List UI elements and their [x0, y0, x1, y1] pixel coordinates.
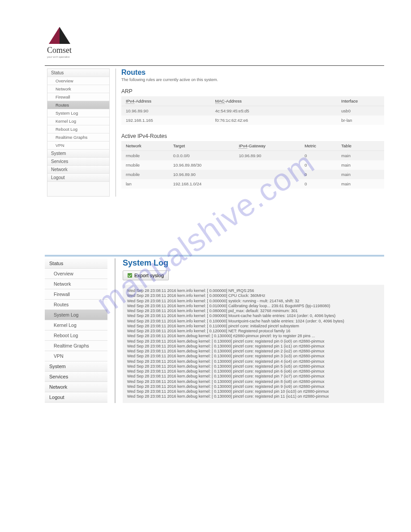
table-cell: usb0 [337, 106, 384, 116]
sidebar-item-system[interactable]: System [45, 361, 107, 372]
sidebar-item-network[interactable]: Network [47, 85, 109, 93]
log-line: Wed Sep 28 23:08:11 2016 kern.debug kern… [127, 344, 380, 349]
sidebar-item-logout[interactable]: Logout [47, 174, 109, 182]
log-line: Wed Sep 28 23:08:11 2016 kern.debug kern… [127, 379, 380, 384]
table-row: 192.168.1.165f0:76:1c:62:42:e6br-lan [121, 116, 384, 125]
log-line: Wed Sep 28 23:08:11 2016 kern.debug kern… [127, 369, 380, 374]
sidebar-item-routes[interactable]: Routes [47, 101, 109, 109]
table-cell: main [337, 170, 384, 179]
table-cell: main [337, 179, 384, 189]
table-cell: 0 [300, 179, 337, 189]
sidebar-item-reboot-log[interactable]: Reboot Log [47, 125, 109, 133]
table-cell [234, 160, 300, 170]
sidebar-item-realtime-graphs[interactable]: Realtime Graphs [45, 341, 107, 351]
sidebar-item-vpn[interactable]: VPN [45, 351, 107, 361]
vertical-divider [116, 69, 116, 197]
table-cell: 0 [300, 170, 337, 179]
log-line: Wed Sep 28 23:08:11 2016 kern.info kerne… [127, 324, 380, 329]
sidebar-item-overview[interactable]: Overview [45, 269, 107, 279]
table-cell: rmobile [121, 151, 169, 161]
sidebar-item-status[interactable]: Status [45, 258, 107, 269]
brand-tagline: your wi-fi specialist [47, 56, 411, 58]
sidebar: StatusOverviewNetworkFirewallRoutesSyste… [47, 69, 110, 197]
page-title: Routes [121, 69, 384, 77]
log-line: Wed Sep 28 23:08:11 2016 kern.debug kern… [127, 359, 380, 364]
column-header: Interface [337, 96, 384, 106]
sidebar-item-status[interactable]: Status [47, 69, 109, 77]
table-cell: 0 [300, 160, 337, 170]
sidebar-item-system-log[interactable]: System Log [47, 109, 109, 117]
page-title: System Log [123, 258, 384, 268]
sidebar-item-services[interactable]: Services [45, 372, 107, 382]
log-line: Wed Sep 28 23:08:11 2016 kern.debug kern… [127, 334, 380, 339]
page-subtitle: The following rules are currently active… [121, 77, 384, 82]
column-header: MAC-Address [211, 96, 337, 106]
sidebar-item-services[interactable]: Services [47, 158, 109, 166]
sidebar-item-network[interactable]: Network [47, 166, 109, 174]
table-cell: 10.96.89.90 [169, 170, 235, 179]
table-cell: rmobile [121, 160, 169, 170]
log-line: Wed Sep 28 23:08:11 2016 kern.info kerne… [127, 288, 380, 293]
sidebar: StatusOverviewNetworkFirewallRoutesSyste… [45, 258, 107, 403]
arp-table: IPv4-AddressMAC-AddressInterface 10.96.8… [121, 96, 384, 125]
export-button-label: Export syslog [134, 273, 164, 278]
column-header: Metric [300, 141, 337, 151]
sidebar-item-network[interactable]: Network [45, 382, 107, 392]
sidebar-item-system[interactable]: System [47, 150, 109, 158]
sidebar-item-kernel-log[interactable]: Kernel Log [47, 117, 109, 125]
table-cell [234, 179, 300, 189]
log-line: Wed Sep 28 23:08:11 2016 kern.debug kern… [127, 349, 380, 354]
column-header: Network [121, 141, 169, 151]
sidebar-item-routes[interactable]: Routes [45, 300, 107, 310]
log-line: Wed Sep 28 23:08:11 2016 kern.debug kern… [127, 389, 380, 394]
export-icon [128, 273, 132, 278]
table-cell: main [337, 160, 384, 170]
log-line: Wed Sep 28 23:08:11 2016 kern.info kerne… [127, 329, 380, 334]
content-area: System Log Export syslog Wed Sep 28 23:0… [123, 258, 384, 403]
sidebar-item-network[interactable]: Network [45, 279, 107, 289]
routes-table: NetworkTargetIPv4-GatewayMetricTable rmo… [121, 141, 384, 189]
sidebar-item-reboot-log[interactable]: Reboot Log [45, 330, 107, 341]
table-cell: 10.96.89.88/30 [169, 160, 235, 170]
brand-name: Comset [47, 46, 411, 55]
table-cell: 192.168.1.0/24 [169, 179, 235, 189]
table-row: rmobile10.96.89.88/300main [121, 160, 384, 170]
log-line: Wed Sep 28 23:08:11 2016 kern.debug kern… [127, 354, 380, 359]
table-cell: 192.168.1.165 [121, 116, 211, 125]
table-cell: 10.96.89.90 [121, 106, 211, 116]
sidebar-item-overview[interactable]: Overview [47, 77, 109, 85]
table-row: rmobile0.0.0.0/010.96.89.900main [121, 151, 384, 161]
column-header: Target [169, 141, 235, 151]
table-row: rmobile10.96.89.900main [121, 170, 384, 179]
sidebar-item-realtime-graphs[interactable]: Realtime Graphs [47, 133, 109, 142]
sidebar-item-kernel-log[interactable]: Kernel Log [45, 320, 107, 330]
logo-icon [49, 27, 70, 45]
log-line: Wed Sep 28 23:08:11 2016 kern.info kerne… [127, 319, 380, 324]
table-cell: lan [121, 179, 169, 189]
sidebar-item-firewall[interactable]: Firewall [47, 93, 109, 101]
sidebar-item-system-log[interactable]: System Log [45, 310, 107, 320]
arp-heading: ARP [121, 88, 384, 94]
log-line: Wed Sep 28 23:08:11 2016 kern.info kerne… [127, 304, 380, 309]
column-header: Table [337, 141, 384, 151]
table-cell: 0 [300, 151, 337, 161]
table-cell: f0:76:1c:62:42:e6 [211, 116, 337, 125]
log-line: Wed Sep 28 23:08:11 2016 kern.debug kern… [127, 364, 380, 369]
export-syslog-button[interactable]: Export syslog [123, 270, 169, 280]
table-cell: rmobile [121, 170, 169, 179]
table-cell: main [337, 151, 384, 161]
column-header: IPv4-Gateway [234, 141, 300, 151]
log-line: Wed Sep 28 23:08:11 2016 kern.info kerne… [127, 309, 380, 313]
sidebar-item-firewall[interactable]: Firewall [45, 289, 107, 300]
column-header: IPv4-Address [121, 96, 211, 106]
table-row: lan192.168.1.0/240main [121, 179, 384, 189]
sidebar-item-logout[interactable]: Logout [45, 392, 107, 403]
log-line: Wed Sep 28 23:08:11 2016 kern.info kerne… [127, 299, 380, 304]
table-cell: 10.96.89.90 [234, 151, 300, 161]
syslog-output: Wed Sep 28 23:08:11 2016 kern.info kerne… [123, 285, 384, 403]
table-cell [234, 170, 300, 179]
routes-heading: Active IPv4-Routes [121, 133, 384, 139]
log-line: Wed Sep 28 23:08:11 2016 kern.debug kern… [127, 339, 380, 344]
sidebar-item-vpn[interactable]: VPN [47, 142, 109, 150]
table-cell: 4c:54:99:45:e5:d5 [211, 106, 337, 116]
